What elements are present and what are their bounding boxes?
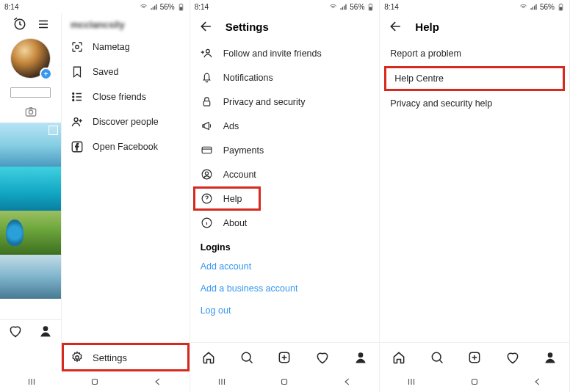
wifi-icon — [519, 3, 527, 11]
drawer-item-label: Settings — [93, 352, 127, 363]
svg-point-10 — [74, 118, 78, 122]
status-time: 8:14 — [384, 3, 398, 11]
signal-icon — [530, 3, 538, 11]
page-title: Settings — [226, 21, 269, 33]
drawer-item-label: Close friends — [93, 92, 146, 102]
back-icon[interactable] — [199, 19, 214, 34]
signal-icon — [339, 3, 347, 11]
svg-point-9 — [73, 100, 74, 101]
heart-icon[interactable] — [505, 350, 520, 365]
svg-point-12 — [76, 356, 79, 360]
gear-icon — [71, 351, 84, 364]
sys-back-icon[interactable] — [533, 377, 543, 387]
heart-icon[interactable] — [315, 350, 330, 365]
svg-rect-31 — [560, 3, 562, 4]
drawer-item-nametag[interactable]: Nametag — [62, 35, 190, 59]
settings-item-about[interactable]: About — [193, 211, 377, 235]
info-icon — [201, 217, 213, 229]
help-item-privacy-help[interactable]: Privacy and security help — [380, 91, 569, 116]
search-icon[interactable] — [430, 350, 444, 365]
settings-item-label: Help — [223, 194, 242, 204]
bottom-nav — [380, 342, 569, 371]
profile-icon[interactable] — [543, 350, 558, 365]
sys-recent-icon[interactable] — [217, 377, 227, 387]
svg-point-34 — [548, 352, 553, 357]
heart-icon[interactable] — [8, 324, 23, 338]
drawer-item-saved[interactable]: Saved — [62, 59, 190, 84]
settings-item-notifications[interactable]: Notifications — [193, 65, 377, 90]
post-thumbnail[interactable] — [0, 123, 61, 167]
settings-item-follow[interactable]: Follow and invite friends — [193, 41, 377, 65]
bookmark-icon — [71, 65, 84, 79]
lock-icon — [201, 95, 213, 108]
add-account-link[interactable]: Add account — [193, 255, 377, 277]
status-bar: 8:14 56% — [380, 0, 569, 13]
post-thumbnail[interactable] — [0, 167, 61, 211]
sys-recent-icon[interactable] — [406, 377, 416, 387]
sys-back-icon[interactable] — [342, 377, 353, 387]
svg-rect-14 — [92, 380, 97, 385]
help-item-report[interactable]: Report a problem — [380, 41, 569, 66]
home-icon[interactable] — [201, 350, 216, 365]
svg-rect-17 — [370, 3, 372, 4]
sys-back-icon[interactable] — [153, 377, 163, 387]
sys-home-icon[interactable] — [279, 377, 289, 387]
system-nav — [380, 371, 569, 392]
add-business-account-link[interactable]: Add a business account — [193, 277, 377, 300]
panel-profile-drawer: 8:14 56% — [0, 0, 190, 392]
edit-profile-button[interactable] — [10, 87, 51, 98]
svg-point-7 — [73, 93, 74, 95]
help-list: Report a problem Help Centre Privacy and… — [380, 41, 569, 342]
tagged-icon[interactable] — [24, 105, 37, 118]
profile-icon[interactable] — [38, 324, 53, 338]
signal-icon — [150, 3, 158, 11]
archive-icon[interactable] — [13, 18, 26, 31]
post-thumbnail[interactable] — [0, 255, 61, 299]
drawer-item-discover[interactable]: Discover people — [62, 109, 190, 134]
nametag-icon — [71, 40, 84, 54]
logout-link[interactable]: Log out — [193, 300, 377, 322]
sys-recent-icon[interactable] — [26, 377, 37, 387]
add-post-icon[interactable] — [277, 350, 292, 365]
svg-point-32 — [432, 352, 441, 361]
help-item-help-centre[interactable]: Help Centre — [384, 66, 565, 91]
avatar[interactable] — [10, 38, 51, 79]
drawer-item-settings[interactable]: Settings — [62, 343, 190, 371]
status-battery-pct: 56% — [350, 3, 364, 11]
drawer-item-close-friends[interactable]: Close friends — [62, 84, 190, 109]
sys-home-icon[interactable] — [90, 377, 100, 387]
drawer-username[interactable]: mcclancsily — [62, 13, 190, 35]
card-icon — [201, 144, 213, 156]
svg-rect-19 — [203, 101, 210, 106]
avatar-add-icon[interactable] — [40, 68, 52, 80]
profile-icon[interactable] — [353, 350, 368, 365]
status-bar: 8:14 56% — [0, 0, 190, 13]
settings-item-privacy[interactable]: Privacy and security — [193, 90, 377, 114]
drawer-menu: mcclancsily Nametag Saved Close friends … — [61, 13, 190, 371]
home-icon[interactable] — [392, 350, 406, 365]
list-icon — [71, 90, 84, 104]
add-post-icon[interactable] — [467, 350, 482, 365]
svg-rect-20 — [202, 147, 212, 153]
status-right: 56% — [140, 3, 185, 11]
add-user-icon — [201, 47, 213, 59]
help-item-label: Privacy and security help — [390, 98, 492, 109]
search-icon[interactable] — [239, 350, 254, 365]
back-icon[interactable] — [389, 19, 403, 34]
settings-item-account[interactable]: Account — [193, 162, 377, 186]
settings-item-ads[interactable]: Ads — [193, 114, 377, 138]
svg-rect-35 — [472, 380, 477, 385]
help-icon — [201, 192, 213, 205]
status-battery-pct: 56% — [160, 3, 175, 11]
sys-home-icon[interactable] — [469, 377, 480, 387]
svg-rect-1 — [179, 7, 182, 10]
drawer-item-open-facebook[interactable]: Open Facebook — [62, 134, 190, 159]
bottom-nav — [190, 342, 380, 371]
status-time: 8:14 — [195, 3, 209, 11]
settings-item-payments[interactable]: Payments — [193, 138, 377, 162]
post-thumbnail[interactable] — [0, 211, 61, 255]
status-bar: 8:14 56% — [190, 0, 380, 13]
svg-point-22 — [205, 172, 208, 175]
settings-item-help[interactable]: Help — [193, 186, 261, 211]
hamburger-icon[interactable] — [37, 18, 50, 31]
